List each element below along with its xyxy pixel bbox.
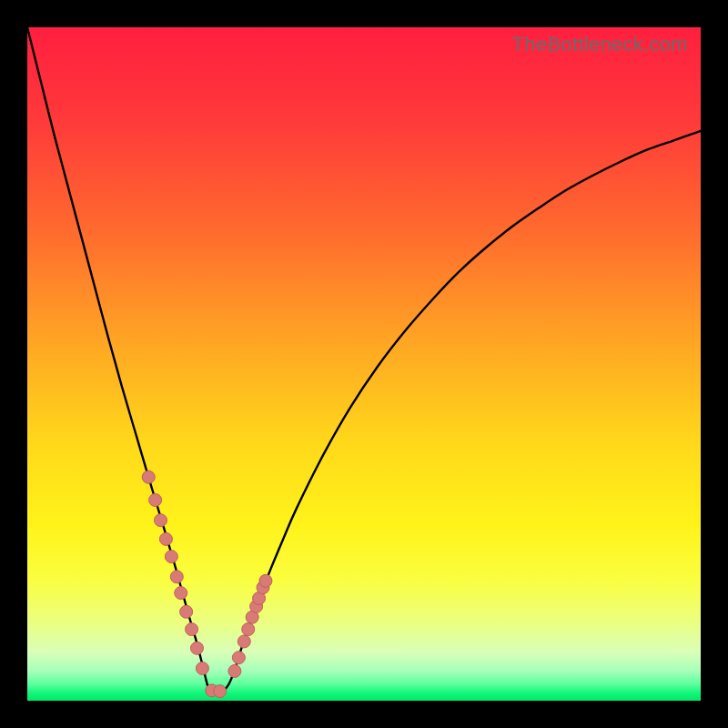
- svg-rect-0: [27, 27, 701, 701]
- chart-frame: TheBottleneck.com: [0, 0, 728, 728]
- background-gradient: [27, 27, 701, 701]
- plot-area: TheBottleneck.com: [27, 27, 701, 701]
